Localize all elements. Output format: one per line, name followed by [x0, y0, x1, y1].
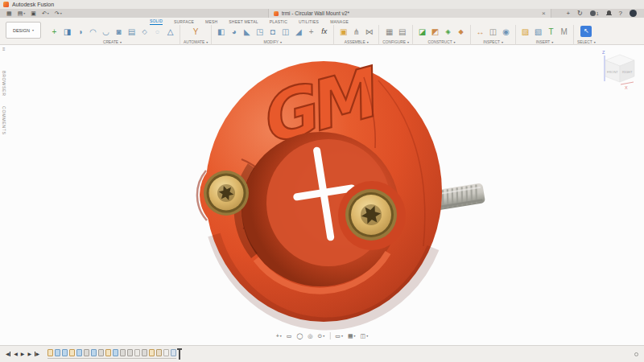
circular-pattern-icon[interactable]: ◌ [151, 26, 163, 38]
timeline-feature-move[interactable] [171, 349, 176, 356]
look-at-icon[interactable]: ◎ [308, 333, 312, 339]
construct-menu[interactable]: CONSTRUCT▾ [427, 40, 455, 44]
display-settings-icon[interactable]: ▭▾ [335, 333, 343, 339]
shell-icon[interactable]: ◳ [254, 26, 266, 38]
timeline-feature-sketch[interactable] [149, 349, 155, 356]
timeline-playhead[interactable] [179, 349, 180, 360]
extension-icon[interactable]: 1 [590, 10, 599, 16]
insert-menu[interactable]: INSERT▾ [536, 40, 554, 44]
modify-menu[interactable]: MODIFY▾ [263, 40, 282, 44]
data-panel-icon[interactable]: ▦ [6, 10, 12, 16]
fillet-icon[interactable]: ◕ [228, 26, 240, 38]
orbit-icon[interactable]: ◯ [296, 333, 303, 339]
timeline-feature-sketch[interactable] [47, 349, 53, 356]
right-screw[interactable] [345, 189, 397, 241]
configure-menu[interactable]: CONFIGURE▾ [382, 40, 409, 44]
step-forward-icon[interactable]: ▶ [27, 352, 31, 356]
help-icon[interactable]: ? [619, 10, 622, 17]
document-tab[interactable]: trmi - Circular Wall Mount v2* × [268, 9, 551, 18]
close-tab-icon[interactable]: × [542, 10, 546, 17]
tab-solid[interactable]: SOLID [150, 18, 163, 25]
configuration-table-icon[interactable]: ▤ [396, 26, 408, 38]
automate-icon[interactable]: Y [190, 26, 202, 38]
go-to-end-icon[interactable]: ▶ [35, 352, 39, 356]
timeline-settings-icon[interactable] [634, 352, 638, 356]
file-menu-icon[interactable]: ▤▾ [18, 10, 26, 16]
primitive-box-icon[interactable]: ◙ [113, 26, 125, 38]
construct-point-icon[interactable]: ◆ [455, 26, 467, 38]
redo-icon[interactable]: ↷▾ [55, 10, 62, 16]
split-body-icon[interactable]: ◫ [279, 26, 291, 38]
new-component-icon[interactable]: ▣ [337, 26, 349, 38]
fit-icon[interactable]: ▭ [287, 333, 292, 339]
model-viewport[interactable]: ≡ BROWSER COMMENTS [0, 45, 644, 345]
timeline-feature-extrude[interactable] [91, 349, 97, 356]
timeline-feature-thread[interactable] [156, 349, 162, 356]
insert-canvas-icon[interactable]: ▧ [532, 26, 544, 38]
as-built-joint-icon[interactable]: ⋈ [363, 26, 375, 38]
play-icon[interactable]: ▶ [21, 352, 25, 356]
timeline-feature-sketch[interactable] [105, 349, 111, 356]
measure-icon[interactable]: ↔ [474, 26, 486, 38]
user-avatar[interactable] [630, 10, 637, 17]
go-to-start-icon[interactable]: ◀ [6, 352, 10, 356]
automate-menu[interactable]: AUTOMATE▾ [184, 40, 208, 44]
select-tool-icon[interactable]: ↖ [580, 26, 592, 37]
draft-icon[interactable]: ◢ [292, 26, 304, 38]
construct-plane-icon[interactable]: ◪ [416, 26, 428, 38]
view-cube[interactable]: Z FRONT RIGHT X [599, 47, 641, 91]
press-pull-icon[interactable]: ◧ [215, 26, 227, 38]
timeline-feature-fillet[interactable] [120, 349, 126, 356]
pan-icon[interactable]: +▾ [276, 333, 282, 339]
timeline-feature-fillet[interactable] [84, 349, 89, 356]
insert-text-icon[interactable]: T [545, 26, 557, 38]
timeline-feature-extrude[interactable] [62, 349, 68, 356]
notification-bell-icon[interactable] [606, 10, 612, 16]
tab-mesh[interactable]: MESH [205, 19, 217, 25]
joint-icon[interactable]: ⋔ [350, 26, 362, 38]
timeline-feature-extrude[interactable] [55, 349, 60, 356]
left-screw[interactable] [204, 171, 249, 216]
step-back-icon[interactable]: ◀ [14, 352, 18, 356]
tab-plastic[interactable]: PLASTIC [270, 19, 287, 25]
save-icon[interactable]: ▣ [31, 10, 36, 16]
inspect-menu[interactable]: INSPECT▾ [483, 40, 503, 44]
construct-axis-icon[interactable]: ◈ [442, 26, 454, 38]
timeline-feature-appearance[interactable] [163, 349, 169, 356]
timeline-feature-extrude[interactable] [113, 349, 118, 356]
tab-surface[interactable]: SURFACE [174, 19, 194, 25]
timeline-feature-fillet[interactable] [98, 349, 104, 356]
design-workspace-button[interactable]: DESIGN▾ [6, 22, 41, 39]
chamfer-icon[interactable]: ◣ [241, 26, 253, 38]
timeline-feature-extrude[interactable] [76, 349, 82, 356]
tab-sheet-metal[interactable]: SHEET METAL [229, 19, 258, 25]
tab-manage[interactable]: MANAGE [330, 19, 349, 25]
loft-icon[interactable]: ◡ [100, 26, 112, 38]
insert-mcmaster-icon[interactable]: M [558, 26, 570, 38]
combine-icon[interactable]: ◘ [266, 26, 279, 38]
revolve-icon[interactable]: ◑ [74, 26, 86, 38]
change-parameters-icon[interactable]: fx [318, 26, 330, 38]
job-status-icon[interactable]: ↻ [577, 10, 583, 17]
create-menu[interactable]: CREATE▾ [103, 40, 122, 44]
new-tab-icon[interactable]: + [566, 10, 570, 17]
undo-icon[interactable]: ↶▾ [42, 10, 49, 16]
coil-icon[interactable]: ▤ [126, 26, 138, 38]
section-analysis-icon[interactable]: ◉ [500, 26, 512, 38]
wall-mount-model[interactable]: GM [0, 45, 644, 345]
interference-icon[interactable]: ◫ [487, 26, 499, 38]
viewports-icon[interactable]: ◫▾ [361, 333, 369, 339]
timeline-feature-fillet[interactable] [142, 349, 147, 356]
assemble-menu[interactable]: ASSEMBLE▾ [345, 40, 369, 44]
insert-derive-icon[interactable]: ▨ [519, 26, 531, 38]
tab-utilities[interactable]: UTILITIES [299, 19, 319, 25]
rectangular-pattern-icon[interactable]: ◇ [138, 26, 151, 38]
zoom-icon[interactable]: ⊙▾ [317, 333, 324, 339]
sweep-icon[interactable]: ◠ [87, 26, 99, 38]
grid-snaps-icon[interactable]: ▦▾ [348, 333, 356, 339]
select-menu[interactable]: SELECT▾ [577, 40, 596, 44]
create-sketch-icon[interactable]: + [48, 26, 60, 38]
plane-at-angle-icon[interactable]: ◩ [429, 26, 441, 38]
timeline-feature-joint[interactable] [134, 349, 140, 356]
move-copy-icon[interactable]: + [305, 26, 317, 38]
